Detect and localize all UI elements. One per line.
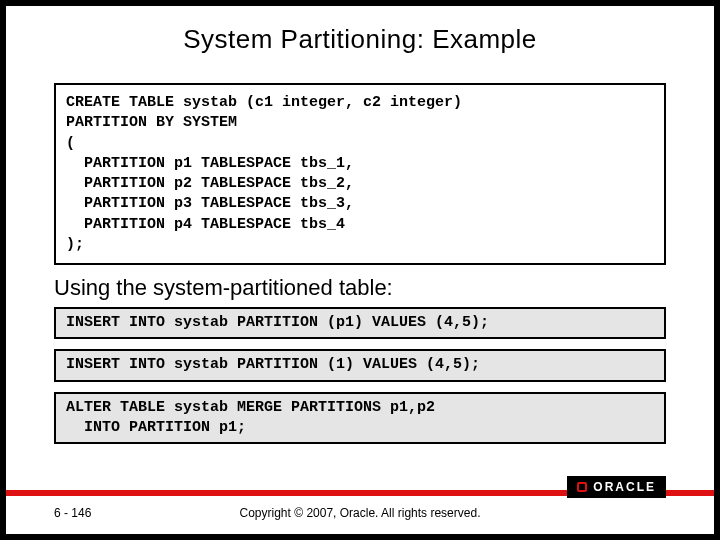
oracle-logo-icon — [577, 482, 587, 492]
page-number: 6 - 146 — [54, 506, 91, 520]
code-stack: INSERT INTO systab PARTITION (p1) VALUES… — [6, 307, 714, 444]
slide: System Partitioning: Example CREATE TABL… — [6, 6, 714, 534]
code-insert-1: INSERT INTO systab PARTITION (p1) VALUES… — [54, 307, 666, 339]
page-title: System Partitioning: Example — [6, 24, 714, 55]
oracle-logo-text: ORACLE — [593, 480, 656, 494]
copyright-text: Copyright © 2007, Oracle. All rights res… — [6, 506, 714, 520]
code-create-table: CREATE TABLE systab (c1 integer, c2 inte… — [54, 83, 666, 265]
code-alter: ALTER TABLE systab MERGE PARTITIONS p1,p… — [54, 392, 666, 445]
footer: 6 - 146 Copyright © 2007, Oracle. All ri… — [6, 502, 714, 524]
code-insert-2: INSERT INTO systab PARTITION (1) VALUES … — [54, 349, 666, 381]
oracle-logo: ORACLE — [567, 476, 666, 498]
section-subtitle: Using the system-partitioned table: — [54, 275, 666, 301]
